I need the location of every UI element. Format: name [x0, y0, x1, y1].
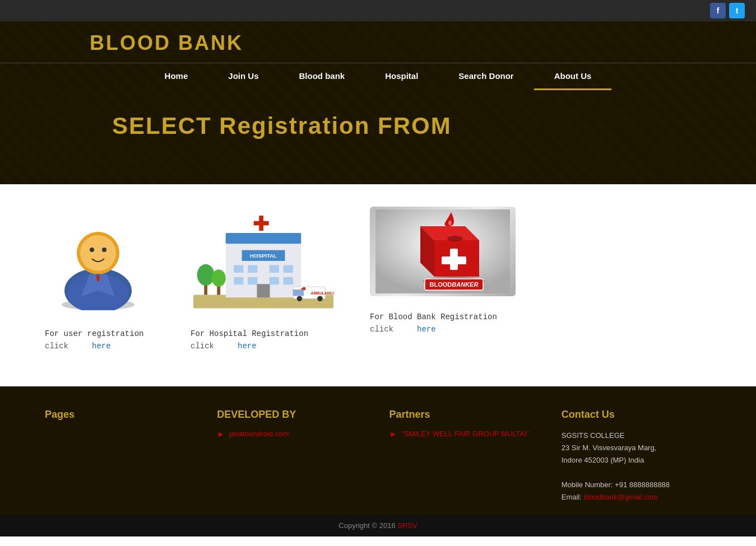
svg-point-7 [102, 248, 106, 252]
svg-point-29 [197, 264, 215, 286]
footer-partners-item: ► "SMILEY WELL FAIR GROUP MULTAI" [389, 430, 539, 438]
copyright-link[interactable]: SRSV [397, 521, 417, 530]
page-title: SELECT Registration FROM [0, 113, 756, 139]
footer-developed-col: DEVELOPED BY ► javatoandroid.com [206, 409, 378, 504]
user-avatar-svg [50, 209, 140, 310]
svg-rect-14 [226, 233, 302, 244]
footer-partners-title: Partners [389, 409, 539, 421]
svg-rect-38 [293, 290, 304, 296]
svg-rect-23 [270, 277, 279, 284]
footer-partners-link[interactable]: "SMILEY WELL FAIR GROUP MULTAI" [401, 430, 529, 438]
footer-arrow-icon: ► [217, 430, 225, 438]
footer-email-row: Email: bloodbank@gmail.com [562, 491, 711, 503]
hospital-image: HOSPITAL [191, 207, 336, 313]
svg-text:HOSPITAL: HOSPITAL [250, 253, 277, 259]
svg-rect-18 [248, 265, 257, 273]
svg-rect-22 [248, 277, 257, 284]
bloodbank-reg-card: BLOODBANKER For Blood Bank Registration … [370, 207, 527, 336]
footer-developed-item: ► javatoandroid.com [217, 430, 367, 438]
footer-partner-arrow-icon: ► [389, 430, 397, 438]
svg-rect-20 [284, 265, 293, 273]
footer-address1: 23 Sir M. Visvesvaraya Marg, [562, 442, 711, 454]
footer-email-label: Email: [562, 493, 584, 501]
footer-contact-text: SGSITS COLLEGE 23 Sir M. Visvesvaraya Ma… [562, 430, 711, 504]
nav-search-donor[interactable]: Search Donor [438, 63, 534, 90]
footer-mobile: Mobile Number: +91 8888888888 [562, 479, 711, 491]
main-nav: Home Join Us Blood bank Hospital Search … [0, 63, 756, 90]
user-reg-card: For user registration click here [45, 207, 168, 353]
svg-point-36 [297, 296, 303, 301]
nav-blood-bank[interactable]: Blood bank [279, 63, 365, 90]
hospital-svg: HOSPITAL [193, 209, 333, 310]
main-content: For user registration click here [0, 184, 756, 386]
footer: Pages DEVELOPED BY ► javatoandroid.com P… [0, 386, 756, 515]
footer-developed-link[interactable]: javatoandroid.com [229, 430, 289, 438]
svg-rect-19 [270, 265, 279, 273]
footer-college: SGSITS COLLEGE [562, 430, 711, 442]
hospital-reg-card: HOSPITAL [191, 207, 347, 353]
top-bar: f t [0, 0, 756, 21]
svg-rect-24 [284, 277, 293, 284]
footer-pages-title: Pages [45, 409, 194, 421]
footer-contact-title: Contact Us [562, 409, 711, 421]
bloodbank-reg-here-link[interactable]: here [417, 325, 436, 334]
svg-point-37 [317, 296, 323, 301]
svg-rect-25 [257, 284, 270, 297]
svg-rect-17 [234, 265, 243, 273]
footer-partners-col: Partners ► "SMILEY WELL FAIR GROUP MULTA… [378, 409, 550, 504]
nav-about-us[interactable]: About Us [534, 63, 612, 90]
hospital-reg-here-link[interactable]: here [238, 342, 257, 351]
user-image [45, 207, 146, 313]
svg-rect-21 [234, 277, 243, 284]
svg-point-6 [90, 248, 94, 252]
facebook-icon[interactable]: f [710, 3, 726, 18]
twitter-icon[interactable]: t [729, 3, 745, 18]
svg-point-48 [447, 236, 463, 241]
bloodbank-reg-label: For Blood Bank Registration click here [370, 311, 497, 336]
nav-join-us[interactable]: Join Us [208, 63, 279, 90]
footer-address2: Indore 452003 (MP) India [562, 454, 711, 466]
user-reg-here-link[interactable]: here [92, 342, 111, 351]
footer-developed-title: DEVELOPED BY [217, 409, 367, 421]
copyright-bar: Copyright © 2016 SRSV [0, 515, 756, 536]
hero-section: SELECT Registration FROM [0, 90, 756, 184]
svg-point-31 [212, 269, 226, 287]
footer-contact-col: Contact Us SGSITS COLLEGE 23 Sir M. Visv… [550, 409, 722, 504]
svg-rect-27 [254, 221, 269, 226]
nav-hospital[interactable]: Hospital [365, 63, 438, 90]
svg-text:AMBULANCE: AMBULANCE [311, 292, 333, 296]
footer-email-link[interactable]: bloodbank@gmail.com [583, 493, 657, 501]
nav-home[interactable]: Home [145, 63, 208, 90]
registration-cards: For user registration click here [45, 207, 711, 353]
svg-rect-46 [442, 256, 466, 264]
copyright-text: Copyright © 2016 [338, 521, 397, 530]
user-reg-label: For user registration click here [45, 328, 143, 353]
svg-point-47 [448, 221, 452, 225]
bloodbank-image: BLOODBANKER [370, 207, 516, 296]
hospital-reg-label: For Hospital Registration click here [191, 328, 308, 353]
site-title: BLOOD BANK [0, 31, 756, 63]
footer-pages-col: Pages [34, 409, 206, 504]
bloodbanker-svg: BLOODBANKER [375, 209, 510, 293]
header: BLOOD BANK Home Join Us Blood bank Hospi… [0, 21, 756, 90]
svg-point-5 [80, 235, 116, 271]
svg-marker-11 [96, 276, 100, 281]
svg-text:BLOODBANKER: BLOODBANKER [430, 281, 479, 288]
